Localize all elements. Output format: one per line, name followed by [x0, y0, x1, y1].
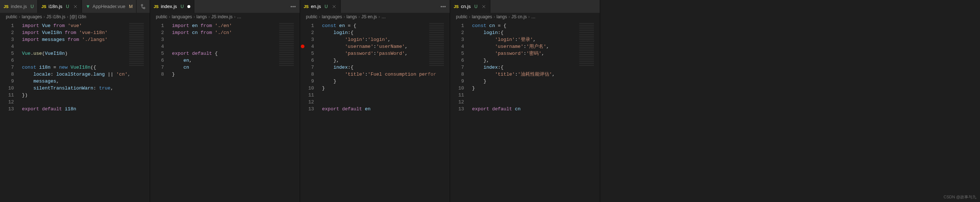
- breadcrumb-segment[interactable]: public: [456, 14, 467, 19]
- close-tab-button[interactable]: [331, 4, 337, 9]
- code-editor[interactable]: 12345678910111213const en = { login:{ 'l…: [300, 21, 450, 202]
- code-line[interactable]: [22, 43, 150, 50]
- code-line[interactable]: const cn = {: [472, 22, 600, 29]
- vcs-status: U: [31, 4, 34, 9]
- code-line[interactable]: login:{: [472, 29, 600, 36]
- editor-tab[interactable]: JSi18n.jsU: [38, 0, 82, 13]
- code-line[interactable]: 'login':'login',: [322, 36, 450, 43]
- breadcrumb-segment[interactable]: langs: [197, 14, 207, 19]
- code-line[interactable]: cn: [172, 64, 300, 71]
- breadcrumb-segment[interactable]: langs: [347, 14, 357, 19]
- code-line[interactable]: }): [22, 92, 150, 99]
- code-line[interactable]: 'password':'passWord',: [322, 50, 450, 57]
- code-line[interactable]: [322, 99, 450, 106]
- editor-tab[interactable]: JSen.jsU: [300, 0, 341, 13]
- breadcrumb-segment[interactable]: …: [381, 14, 386, 19]
- code-line[interactable]: const en = {: [322, 22, 450, 29]
- breadcrumb-segment[interactable]: JS en.js: [361, 14, 377, 19]
- code-line[interactable]: 'username':'userName',: [322, 43, 450, 50]
- code-line[interactable]: import cn from './cn': [172, 29, 300, 36]
- code-line[interactable]: 'title':'Fuel consumption perfor: [322, 71, 450, 78]
- code-line[interactable]: }: [472, 78, 600, 85]
- code-line[interactable]: }: [172, 71, 300, 78]
- close-tab-button[interactable]: [73, 4, 78, 9]
- breadcrumb-segment[interactable]: JS cn.js: [511, 14, 527, 19]
- code-editor[interactable]: 12345678910111213import Vue from 'vue'im…: [0, 21, 150, 202]
- vcs-status: U: [325, 4, 328, 9]
- code-line[interactable]: }: [322, 85, 450, 92]
- close-tab-button[interactable]: [481, 4, 486, 9]
- code-line[interactable]: export default {: [172, 50, 300, 57]
- breadcrumb-segment[interactable]: public: [156, 14, 167, 19]
- breadcrumb-segment[interactable]: …: [531, 14, 535, 19]
- code-area[interactable]: const cn = { login:{ 'login':'登录', 'user…: [469, 21, 600, 202]
- breadcrumb-segment[interactable]: languages: [322, 14, 342, 19]
- editor-tab[interactable]: JScn.jsU: [450, 0, 490, 13]
- breadcrumb[interactable]: public›languages›langs›JS index.js›…: [150, 13, 300, 21]
- line-number-gutter[interactable]: 12345678: [150, 21, 169, 202]
- breadcrumb-segment[interactable]: public: [6, 14, 17, 19]
- code-line[interactable]: export default en: [322, 106, 450, 112]
- code-line[interactable]: [22, 99, 150, 106]
- breadcrumb-segment[interactable]: JS i18n.js: [46, 14, 65, 19]
- code-line[interactable]: },: [472, 57, 600, 64]
- code-line[interactable]: 'login':'登录',: [472, 36, 600, 43]
- code-line[interactable]: import Vue from 'vue': [22, 22, 150, 29]
- breadcrumb-segment[interactable]: public: [306, 14, 317, 19]
- code-line[interactable]: login:{: [322, 29, 450, 36]
- code-line[interactable]: [472, 99, 600, 106]
- code-line[interactable]: [172, 36, 300, 43]
- code-line[interactable]: import en from './en': [172, 22, 300, 29]
- more-icon[interactable]: [290, 4, 296, 9]
- breadcrumb-segment[interactable]: langs: [496, 14, 507, 19]
- code-line[interactable]: Vue.use(VueI18n): [22, 50, 150, 57]
- code-area[interactable]: import en from './en'import cn from './c…: [169, 21, 300, 202]
- more-icon[interactable]: [440, 4, 446, 9]
- code-line[interactable]: [172, 43, 300, 50]
- breadcrumb[interactable]: public›languages›JS i18n.js›[@] i18n: [0, 13, 150, 21]
- code-line[interactable]: import VueI18n from 'vue-i18n': [22, 29, 150, 36]
- vcs-status: M: [129, 4, 132, 9]
- code-line[interactable]: },: [322, 57, 450, 64]
- code-line[interactable]: index:{: [472, 64, 600, 71]
- line-number-gutter[interactable]: 12345678910111213: [0, 21, 19, 202]
- line-number-gutter[interactable]: 12345678910111213: [450, 21, 469, 202]
- code-area[interactable]: import Vue from 'vue'import VueI18n from…: [19, 21, 150, 202]
- breadcrumb-segment[interactable]: languages: [472, 14, 492, 19]
- code-editor[interactable]: 12345678import en from './en'import cn f…: [150, 21, 300, 202]
- code-line[interactable]: }: [322, 78, 450, 85]
- code-line[interactable]: locale: localStorage.lang || 'cn',: [22, 71, 150, 78]
- breadcrumb-segment[interactable]: languages: [172, 14, 192, 19]
- code-line[interactable]: 'password':'密码',: [472, 50, 600, 57]
- code-line[interactable]: 'title':'油耗性能评估',: [472, 71, 600, 78]
- code-line[interactable]: }: [472, 85, 600, 92]
- code-editor[interactable]: 12345678910111213const cn = { login:{ 'l…: [450, 21, 600, 202]
- breadcrumb-segment[interactable]: JS index.js: [211, 14, 232, 19]
- breadcrumb[interactable]: public›languages›langs›JS en.js›…: [300, 13, 450, 21]
- code-line[interactable]: silentTranslationWarn: true,: [22, 85, 150, 92]
- code-line[interactable]: [22, 57, 150, 64]
- code-line[interactable]: export default i18n: [22, 106, 150, 112]
- breadcrumb-segment[interactable]: languages: [22, 14, 42, 19]
- code-line[interactable]: 'username':'用户名',: [472, 43, 600, 50]
- line-number-gutter[interactable]: 12345678910111213: [300, 21, 319, 202]
- code-line[interactable]: [472, 92, 600, 99]
- code-line[interactable]: import messages from './langs': [22, 36, 150, 43]
- breakpoint-icon[interactable]: [301, 44, 304, 48]
- code-line[interactable]: [322, 92, 450, 99]
- code-line[interactable]: export default cn: [472, 106, 600, 112]
- breadcrumb-segment[interactable]: …: [237, 14, 241, 19]
- compare-icon[interactable]: [140, 4, 146, 9]
- breadcrumb[interactable]: public›languages›langs›JS cn.js›…: [450, 13, 600, 21]
- editor-tab[interactable]: JSindex.jsU: [150, 0, 194, 13]
- svg-point-7: [291, 6, 292, 6]
- breadcrumb-segment[interactable]: [@] i18n: [70, 14, 86, 19]
- code-line[interactable]: const i18n = new VueI18n({: [22, 64, 150, 71]
- tab-filename: index.js: [161, 4, 177, 9]
- editor-tab[interactable]: JSindex.jsU: [0, 0, 38, 13]
- code-line[interactable]: en,: [172, 57, 300, 64]
- code-line[interactable]: messages,: [22, 78, 150, 85]
- code-line[interactable]: index:{: [322, 64, 450, 71]
- code-area[interactable]: const en = { login:{ 'login':'login', 'u…: [319, 21, 450, 202]
- editor-tab[interactable]: ▼AppHeader.vueM: [82, 0, 137, 13]
